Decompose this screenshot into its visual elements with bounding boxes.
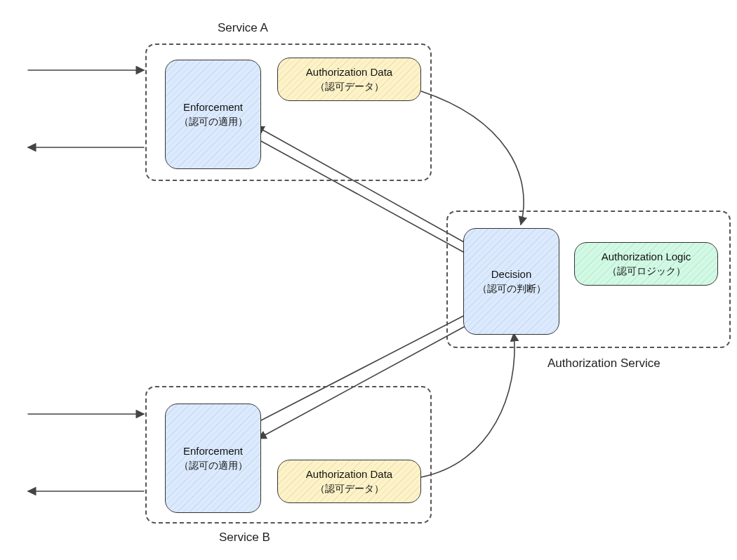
arrow-data-b-to-decision bbox=[421, 333, 514, 477]
node-enforcement-b-en: Enforcement bbox=[183, 444, 243, 458]
node-enforcement-b-jp: （認可の適用） bbox=[179, 459, 248, 472]
node-auth-logic-en: Authorization Logic bbox=[602, 250, 691, 264]
node-enforcement-a-en: Enforcement bbox=[183, 100, 243, 114]
node-auth-data-b-jp: （認可データ） bbox=[315, 482, 384, 495]
node-auth-data-a-jp: （認可データ） bbox=[315, 80, 384, 93]
node-decision-jp: （認可の判断） bbox=[477, 282, 546, 295]
node-enforcement-a-jp: （認可の適用） bbox=[179, 115, 248, 128]
node-auth-data-b-en: Authorization Data bbox=[306, 467, 392, 481]
group-label-auth-service: Authorization Service bbox=[547, 356, 660, 371]
node-decision: Decision （認可の判断） bbox=[463, 228, 559, 335]
arrow-data-a-to-decision bbox=[421, 91, 524, 225]
node-auth-data-a-en: Authorization Data bbox=[306, 65, 392, 79]
node-auth-logic: Authorization Logic （認可ロジック） bbox=[574, 242, 718, 286]
group-label-service-a: Service A bbox=[218, 21, 268, 35]
diagram-stage: Service A Enforcement （認可の適用） Authorizat… bbox=[0, 0, 737, 560]
node-enforcement-a: Enforcement （認可の適用） bbox=[165, 60, 261, 169]
node-enforcement-b: Enforcement （認可の適用） bbox=[165, 404, 261, 513]
node-auth-data-a: Authorization Data （認可データ） bbox=[277, 58, 421, 101]
node-auth-data-b: Authorization Data （認可データ） bbox=[277, 460, 421, 503]
node-auth-logic-jp: （認可ロジック） bbox=[607, 265, 686, 278]
node-decision-en: Decision bbox=[491, 267, 532, 281]
group-label-service-b: Service B bbox=[219, 531, 270, 545]
